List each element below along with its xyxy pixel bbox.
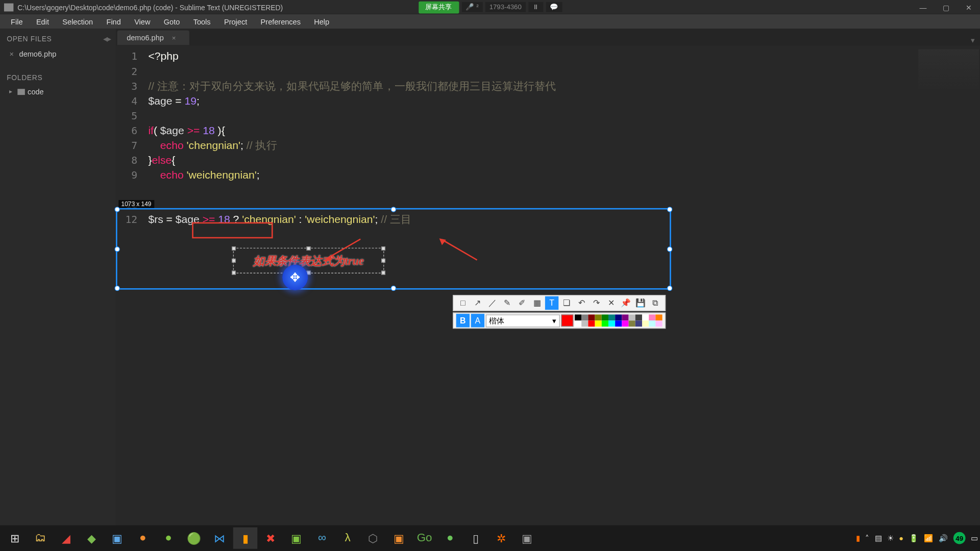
maximize-button[interactable]: ▢	[935, 0, 958, 14]
file-close-icon[interactable]: ×	[9, 50, 13, 58]
resize-handle[interactable]	[391, 286, 397, 291]
color-swatch[interactable]	[608, 320, 615, 327]
app-icon-3[interactable]: ▣	[105, 528, 130, 549]
app-icon-9[interactable]: λ	[335, 528, 360, 549]
color-swatch[interactable]	[581, 320, 588, 327]
tray-battery-icon[interactable]: 🔋	[909, 534, 918, 542]
explorer-icon[interactable]: 🗂	[28, 528, 53, 549]
menu-project[interactable]: Project	[217, 16, 254, 27]
tool-redo[interactable]: ↷	[590, 296, 603, 310]
capture-region[interactable]: 1073 x 149	[117, 210, 670, 288]
color-swatch[interactable]	[615, 320, 622, 327]
color-swatch[interactable]	[655, 314, 662, 320]
menu-preferences[interactable]: Preferences	[254, 16, 307, 27]
tray-notifications-icon[interactable]: ▭	[971, 534, 977, 542]
tab-close-icon[interactable]: ×	[172, 34, 176, 42]
tray-icon-1[interactable]: ▮	[856, 534, 860, 542]
minimap[interactable]	[918, 49, 979, 89]
code-content[interactable]: <?php // 注意：对于双向分支来说，如果代码足够的简单，一般我们都使用三目…	[116, 45, 980, 227]
app-icon-1[interactable]: ◢	[54, 528, 79, 549]
menu-help[interactable]: Help	[307, 16, 336, 27]
annotation-rect[interactable]	[192, 222, 273, 239]
tool-bold[interactable]: B	[456, 314, 470, 327]
resize-handle[interactable]	[667, 246, 673, 252]
color-swatch[interactable]	[588, 320, 595, 327]
close-button[interactable]: ✕	[958, 0, 980, 14]
app-icon-4[interactable]: ●	[131, 528, 155, 549]
tool-eraser[interactable]: ❏	[560, 296, 573, 310]
color-swatch[interactable]	[602, 320, 608, 327]
color-swatch[interactable]	[635, 320, 642, 327]
tool-rect[interactable]: □	[456, 296, 470, 310]
tray-wifi-icon[interactable]: 📶	[924, 534, 933, 542]
tool-arrow[interactable]: ↗	[471, 296, 484, 310]
app-icon-8[interactable]: ∞	[310, 528, 334, 549]
color-swatch[interactable]	[649, 314, 655, 320]
text-handle[interactable]	[232, 246, 236, 251]
tool-undo[interactable]: ↶	[575, 296, 588, 310]
tray-badge[interactable]: 49	[953, 532, 966, 544]
resize-handle[interactable]	[667, 286, 673, 291]
app-icon-5[interactable]: ●	[156, 528, 181, 549]
tool-marker[interactable]: ✐	[516, 296, 529, 310]
open-files-nav-icon[interactable]: ◂ ▸	[103, 33, 109, 44]
text-handle[interactable]	[232, 271, 236, 275]
color-swatch[interactable]	[575, 314, 581, 320]
text-handle[interactable]	[381, 246, 385, 251]
resize-handle[interactable]	[114, 286, 120, 291]
tool-pin[interactable]: 📌	[619, 296, 632, 310]
open-file-item[interactable]: × demo6.php	[0, 48, 116, 60]
screen-share-badge[interactable]: 屏幕共享	[419, 1, 459, 13]
app-icon-6[interactable]: ✖	[259, 528, 283, 549]
terminal-icon[interactable]: ▣	[514, 528, 539, 549]
color-swatch[interactable]	[595, 314, 602, 320]
color-swatch[interactable]	[608, 314, 615, 320]
color-swatch[interactable]	[588, 314, 595, 320]
menu-selection[interactable]: Selection	[56, 16, 100, 27]
menu-file[interactable]: File	[4, 16, 30, 27]
tool-text[interactable]: T	[545, 296, 558, 310]
tool-cancel[interactable]: ✕	[604, 296, 618, 310]
tray-icon-3[interactable]: ☀	[887, 534, 894, 542]
tool-pen[interactable]: ✎	[501, 296, 514, 310]
color-swatch[interactable]	[581, 314, 588, 320]
vscode-icon[interactable]: ⋈	[208, 528, 232, 549]
code-editor[interactable]: 1234567891112 <?php // 注意：对于双向分支来说，如果代码足…	[116, 45, 980, 536]
resize-handle[interactable]	[391, 207, 397, 212]
minimize-button[interactable]: —	[912, 0, 935, 14]
color-swatch[interactable]	[642, 320, 649, 327]
mic-badge[interactable]: 🎤²	[461, 2, 482, 12]
resize-handle[interactable]	[114, 207, 120, 212]
tabbar-menu-icon[interactable]: ▾	[971, 36, 975, 45]
tray-volume-icon[interactable]: 🔊	[939, 534, 948, 542]
tool-line[interactable]: ／	[486, 296, 499, 310]
tool-copy[interactable]: ⧉	[649, 296, 662, 310]
color-swatch[interactable]	[655, 320, 662, 327]
app-icon-12[interactable]: Go	[412, 528, 437, 549]
resize-handle[interactable]	[114, 246, 120, 252]
start-icon[interactable]: ⊞	[3, 528, 27, 549]
tab-demo6[interactable]: demo6.php ×	[117, 30, 189, 45]
color-swatch[interactable]	[622, 314, 628, 320]
color-swatch[interactable]	[602, 314, 608, 320]
menu-edit[interactable]: Edit	[30, 16, 56, 27]
app-icon-13[interactable]: ●	[438, 528, 462, 549]
text-handle[interactable]	[381, 271, 385, 275]
color-swatch[interactable]	[642, 314, 649, 320]
color-swatch[interactable]	[629, 320, 635, 327]
tool-save[interactable]: 💾	[634, 296, 647, 310]
app-icon-14[interactable]: ▯	[463, 528, 488, 549]
color-swatch[interactable]	[629, 314, 635, 320]
color-swatch[interactable]	[649, 320, 655, 327]
tool-mosaic[interactable]: ▦	[530, 296, 544, 310]
app-icon-10[interactable]: ⬡	[361, 528, 386, 549]
sublime-icon[interactable]: ▮	[233, 528, 258, 549]
text-handle[interactable]	[232, 259, 236, 263]
tray-icon-2[interactable]: ▤	[875, 534, 881, 542]
folder-item[interactable]: code	[0, 86, 116, 98]
color-swatch[interactable]	[622, 320, 628, 327]
color-swatch[interactable]	[575, 320, 581, 327]
text-handle[interactable]	[307, 246, 311, 251]
color-swatch[interactable]	[595, 320, 602, 327]
chat-icon[interactable]: 💬	[546, 2, 562, 12]
